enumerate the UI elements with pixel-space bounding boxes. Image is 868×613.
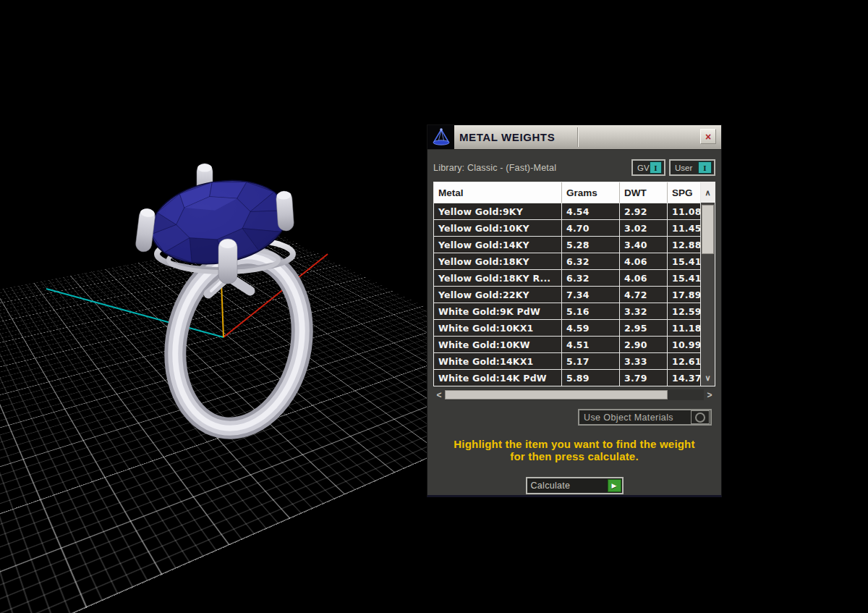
- user-toggle[interactable]: User I: [669, 159, 715, 176]
- cell-metal: Yellow Gold:14KY: [434, 237, 562, 253]
- cell-dwt: 4.06: [620, 270, 668, 286]
- radio-circle-icon: [695, 413, 705, 423]
- ring-model[interactable]: [135, 164, 318, 440]
- cell-metal: Yellow Gold:22KY: [434, 287, 562, 303]
- library-label: Library: Classic - (Fast)-Metal: [433, 163, 628, 173]
- cell-grams: 4.59: [562, 320, 620, 336]
- table-row[interactable]: White Gold:14K PdW 5.89 3.79 14.37: [434, 369, 700, 386]
- table-row[interactable]: White Gold:14KX1 5.17 3.33 12.61: [434, 352, 700, 369]
- play-icon: ▶: [612, 483, 617, 489]
- cell-grams: 4.54: [562, 203, 620, 219]
- column-header-metal: Metal: [434, 182, 562, 203]
- cell-dwt: 2.90: [620, 337, 668, 352]
- table-row[interactable]: White Gold:10KW 4.51 2.90 10.99: [434, 336, 700, 352]
- cell-spg: 15.41: [668, 270, 700, 286]
- cell-grams: 6.32: [562, 270, 620, 286]
- use-object-materials-label: Use Object Materials: [579, 413, 691, 423]
- table-body: Yellow Gold:9KY 4.54 2.92 11.08 Yellow G…: [434, 203, 700, 386]
- cell-metal: White Gold:10KX1: [434, 320, 562, 336]
- table-row[interactable]: Yellow Gold:9KY 4.54 2.92 11.08: [434, 203, 700, 219]
- cell-spg: 12.61: [668, 353, 700, 369]
- cell-spg: 11.08: [668, 203, 700, 219]
- user-toggle-label: User: [675, 164, 698, 172]
- horizontal-scroll-track[interactable]: [445, 389, 704, 400]
- horizontal-scrollbar[interactable]: < >: [433, 389, 715, 401]
- cell-metal: White Gold:9K PdW: [434, 303, 562, 319]
- cell-spg: 17.89: [668, 287, 700, 303]
- dialog-titlebar[interactable]: METAL WEIGHTS ×: [427, 125, 721, 150]
- table-row[interactable]: Yellow Gold:18KY R... 6.32 4.06 15.41: [434, 269, 700, 286]
- use-object-materials-button[interactable]: Use Object Materials: [578, 409, 712, 426]
- vertical-scrollbar[interactable]: ∧ ∨: [700, 182, 715, 386]
- gv-toggle-label: GV: [637, 164, 650, 172]
- table-row[interactable]: White Gold:9K PdW 5.16 3.32 12.59: [434, 303, 700, 319]
- cell-grams: 5.17: [562, 353, 620, 369]
- cell-grams: 5.16: [562, 303, 620, 319]
- close-icon: ×: [705, 132, 711, 142]
- cell-metal: White Gold:14K PdW: [434, 370, 562, 386]
- column-header-spg: SPG: [668, 182, 700, 203]
- scroll-left-icon[interactable]: <: [433, 390, 445, 400]
- viewport-3d[interactable]: [0, 0, 427, 613]
- metal-weights-dialog: METAL WEIGHTS × Library: Classic - (Fast…: [427, 124, 722, 497]
- cell-dwt: 3.32: [620, 303, 668, 319]
- cell-dwt: 2.92: [620, 203, 668, 219]
- cell-grams: 4.70: [562, 220, 620, 236]
- table-row[interactable]: Yellow Gold:10KY 4.70 3.02 11.45: [434, 219, 700, 236]
- metals-table: Metal Grams DWT SPG Yellow Gold:9KY 4.54…: [433, 182, 715, 386]
- prong-right: [276, 190, 294, 231]
- cell-metal: Yellow Gold:10KY: [434, 220, 562, 236]
- table-row[interactable]: Yellow Gold:18KY 6.32 4.06 15.41: [434, 253, 700, 269]
- cell-spg: 14.37: [668, 370, 700, 386]
- cell-dwt: 2.95: [620, 320, 668, 336]
- calculate-button-label: Calculate: [527, 481, 608, 491]
- close-button[interactable]: ×: [700, 129, 716, 144]
- scale-icon: [427, 125, 454, 149]
- vertical-scroll-thumb[interactable]: [702, 205, 714, 254]
- gv-toggle-switch[interactable]: I: [650, 161, 662, 174]
- cell-dwt: 3.40: [620, 237, 668, 253]
- calculate-button[interactable]: Calculate ▶: [526, 477, 624, 494]
- cell-spg: 11.45: [668, 220, 700, 236]
- prong-left: [135, 208, 156, 253]
- cell-spg: 11.18: [668, 320, 700, 336]
- cell-dwt: 4.06: [620, 253, 668, 269]
- cell-grams: 5.28: [562, 237, 620, 253]
- scroll-down-icon[interactable]: ∨: [701, 370, 715, 386]
- instruction-text: Highlight the item you want to find the …: [433, 438, 715, 462]
- table-row[interactable]: Yellow Gold:14KY 5.28 3.40 12.88: [434, 236, 700, 253]
- instruction-line-2: for then press calculate.: [433, 450, 715, 462]
- cell-metal: Yellow Gold:18KY R...: [434, 270, 562, 286]
- cell-metal: White Gold:10KW: [434, 337, 562, 352]
- cell-spg: 10.99: [668, 337, 700, 352]
- cell-dwt: 3.02: [620, 220, 668, 236]
- ring-scene: [0, 0, 427, 613]
- cell-metal: White Gold:14KX1: [434, 353, 562, 369]
- vertical-scroll-track[interactable]: [701, 254, 715, 370]
- dialog-title: METAL WEIGHTS: [459, 131, 555, 143]
- app-window: METAL WEIGHTS × Library: Classic - (Fast…: [0, 0, 868, 613]
- cell-dwt: 4.72: [620, 287, 668, 303]
- column-header-grams: Grams: [562, 182, 620, 203]
- horizontal-scroll-thumb[interactable]: [445, 390, 668, 399]
- axis-z-yellow: [221, 283, 224, 337]
- scroll-up-icon[interactable]: ∧: [701, 182, 715, 203]
- cell-dwt: 3.79: [620, 370, 668, 386]
- gv-toggle[interactable]: GV I: [631, 159, 665, 176]
- cell-spg: 15.41: [668, 253, 700, 269]
- cell-grams: 4.51: [562, 337, 620, 352]
- cell-spg: 12.88: [668, 237, 700, 253]
- cell-dwt: 3.33: [620, 353, 668, 369]
- instruction-line-1: Highlight the item you want to find the …: [433, 438, 715, 450]
- cell-metal: Yellow Gold:9KY: [434, 203, 562, 219]
- calculate-go-icon[interactable]: ▶: [608, 479, 621, 492]
- user-toggle-switch[interactable]: I: [698, 161, 712, 174]
- cell-grams: 5.89: [562, 370, 620, 386]
- table-row[interactable]: Yellow Gold:22KY 7.34 4.72 17.89: [434, 286, 700, 303]
- column-header-dwt: DWT: [620, 182, 668, 203]
- table-header: Metal Grams DWT SPG: [434, 182, 700, 203]
- scroll-right-icon[interactable]: >: [704, 390, 715, 400]
- cell-grams: 6.32: [562, 253, 620, 269]
- table-row[interactable]: White Gold:10KX1 4.59 2.95 11.18: [434, 319, 700, 336]
- cell-metal: Yellow Gold:18KY: [434, 253, 562, 269]
